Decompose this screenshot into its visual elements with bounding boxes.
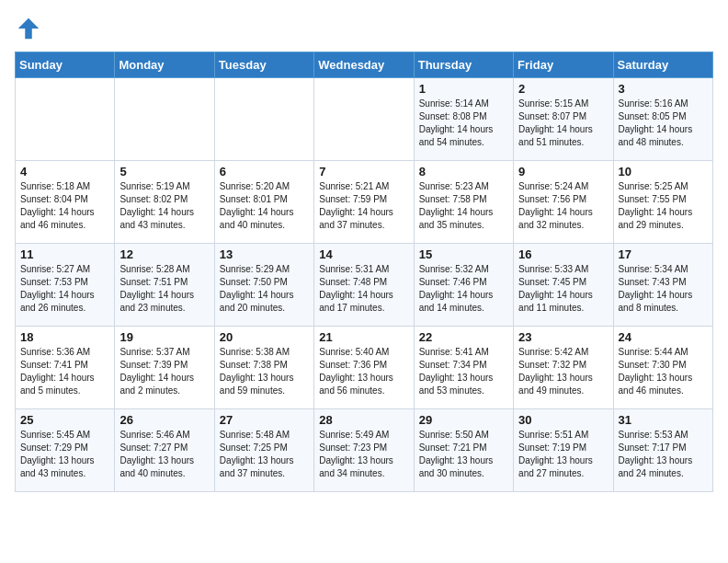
day-number: 15	[419, 247, 508, 261]
calendar-cell: 21Sunrise: 5:40 AM Sunset: 7:36 PM Dayli…	[314, 327, 414, 409]
calendar-week-4: 18Sunrise: 5:36 AM Sunset: 7:41 PM Dayli…	[16, 327, 713, 409]
day-number: 11	[20, 247, 109, 261]
day-number: 20	[220, 330, 309, 344]
day-info: Sunrise: 5:25 AM Sunset: 7:55 PM Dayligh…	[619, 180, 708, 232]
calendar-cell: 17Sunrise: 5:34 AM Sunset: 7:43 PM Dayli…	[613, 244, 712, 327]
day-number: 16	[518, 247, 608, 261]
day-info: Sunrise: 5:51 AM Sunset: 7:19 PM Dayligh…	[518, 429, 608, 480]
day-info: Sunrise: 5:45 AM Sunset: 7:29 PM Dayligh…	[20, 429, 109, 480]
calendar-cell: 5Sunrise: 5:19 AM Sunset: 8:02 PM Daylig…	[115, 161, 214, 244]
day-info: Sunrise: 5:46 AM Sunset: 7:27 PM Dayligh…	[119, 429, 209, 480]
calendar-cell	[314, 78, 414, 161]
day-info: Sunrise: 5:44 AM Sunset: 7:30 PM Dayligh…	[619, 346, 708, 397]
day-number: 21	[319, 330, 408, 344]
day-number: 8	[419, 165, 508, 178]
day-info: Sunrise: 5:24 AM Sunset: 7:56 PM Dayligh…	[518, 180, 608, 232]
page-header	[15, 15, 713, 42]
calendar-cell: 25Sunrise: 5:45 AM Sunset: 7:29 PM Dayli…	[16, 409, 115, 492]
day-info: Sunrise: 5:50 AM Sunset: 7:21 PM Dayligh…	[419, 429, 508, 480]
day-info: Sunrise: 5:19 AM Sunset: 8:02 PM Dayligh…	[119, 180, 209, 232]
day-number: 22	[419, 330, 508, 344]
day-info: Sunrise: 5:36 AM Sunset: 7:41 PM Dayligh…	[20, 346, 109, 397]
day-info: Sunrise: 5:40 AM Sunset: 7:36 PM Dayligh…	[319, 346, 408, 397]
calendar-week-1: 1Sunrise: 5:14 AM Sunset: 8:08 PM Daylig…	[16, 78, 713, 161]
col-header-saturday: Saturday	[613, 52, 712, 78]
calendar-week-3: 11Sunrise: 5:27 AM Sunset: 7:53 PM Dayli…	[16, 244, 713, 327]
day-info: Sunrise: 5:37 AM Sunset: 7:39 PM Dayligh…	[119, 346, 209, 397]
day-number: 6	[220, 165, 309, 178]
calendar-cell: 15Sunrise: 5:32 AM Sunset: 7:46 PM Dayli…	[414, 244, 513, 327]
calendar-cell: 7Sunrise: 5:21 AM Sunset: 7:59 PM Daylig…	[314, 161, 414, 244]
calendar-cell: 9Sunrise: 5:24 AM Sunset: 7:56 PM Daylig…	[514, 161, 613, 244]
calendar-cell: 31Sunrise: 5:53 AM Sunset: 7:17 PM Dayli…	[613, 409, 712, 492]
calendar-cell: 12Sunrise: 5:28 AM Sunset: 7:51 PM Dayli…	[115, 244, 214, 327]
day-info: Sunrise: 5:20 AM Sunset: 8:01 PM Dayligh…	[220, 180, 309, 232]
day-number: 24	[619, 330, 708, 344]
calendar-cell: 22Sunrise: 5:41 AM Sunset: 7:34 PM Dayli…	[414, 327, 513, 409]
col-header-tuesday: Tuesday	[214, 52, 313, 78]
calendar-cell: 1Sunrise: 5:14 AM Sunset: 8:08 PM Daylig…	[414, 78, 513, 161]
day-number: 14	[319, 247, 408, 261]
day-number: 30	[518, 413, 608, 427]
svg-marker-1	[18, 18, 40, 40]
day-number: 10	[619, 165, 708, 178]
col-header-monday: Monday	[115, 52, 214, 78]
calendar-cell: 14Sunrise: 5:31 AM Sunset: 7:48 PM Dayli…	[314, 244, 414, 327]
calendar-cell: 16Sunrise: 5:33 AM Sunset: 7:45 PM Dayli…	[514, 244, 613, 327]
calendar-cell	[214, 78, 313, 161]
day-number: 7	[319, 165, 408, 178]
calendar-table: SundayMondayTuesdayWednesdayThursdayFrid…	[15, 52, 713, 492]
day-info: Sunrise: 5:21 AM Sunset: 7:59 PM Dayligh…	[319, 180, 408, 232]
day-info: Sunrise: 5:41 AM Sunset: 7:34 PM Dayligh…	[419, 346, 508, 397]
col-header-thursday: Thursday	[414, 52, 513, 78]
calendar-cell: 24Sunrise: 5:44 AM Sunset: 7:30 PM Dayli…	[613, 327, 712, 409]
day-info: Sunrise: 5:28 AM Sunset: 7:51 PM Dayligh…	[119, 263, 209, 315]
day-info: Sunrise: 5:29 AM Sunset: 7:50 PM Dayligh…	[220, 263, 309, 315]
col-header-friday: Friday	[514, 52, 613, 78]
calendar-week-5: 25Sunrise: 5:45 AM Sunset: 7:29 PM Dayli…	[16, 409, 713, 492]
day-number: 2	[518, 82, 608, 96]
calendar-cell: 29Sunrise: 5:50 AM Sunset: 7:21 PM Dayli…	[414, 409, 513, 492]
calendar-cell: 18Sunrise: 5:36 AM Sunset: 7:41 PM Dayli…	[16, 327, 115, 409]
calendar-cell: 10Sunrise: 5:25 AM Sunset: 7:55 PM Dayli…	[613, 161, 712, 244]
day-info: Sunrise: 5:23 AM Sunset: 7:58 PM Dayligh…	[419, 180, 508, 232]
calendar-header: SundayMondayTuesdayWednesdayThursdayFrid…	[16, 52, 713, 78]
day-number: 23	[518, 330, 608, 344]
day-number: 27	[220, 413, 309, 427]
day-info: Sunrise: 5:31 AM Sunset: 7:48 PM Dayligh…	[319, 263, 408, 315]
day-info: Sunrise: 5:18 AM Sunset: 8:04 PM Dayligh…	[20, 180, 109, 232]
col-header-sunday: Sunday	[16, 52, 115, 78]
col-header-wednesday: Wednesday	[314, 52, 414, 78]
day-info: Sunrise: 5:48 AM Sunset: 7:25 PM Dayligh…	[220, 429, 309, 480]
day-number: 4	[20, 165, 109, 178]
day-info: Sunrise: 5:34 AM Sunset: 7:43 PM Dayligh…	[619, 263, 708, 315]
day-info: Sunrise: 5:16 AM Sunset: 8:05 PM Dayligh…	[619, 98, 708, 149]
logo-icon	[15, 15, 42, 42]
day-info: Sunrise: 5:32 AM Sunset: 7:46 PM Dayligh…	[419, 263, 508, 315]
day-info: Sunrise: 5:49 AM Sunset: 7:23 PM Dayligh…	[319, 429, 408, 480]
day-number: 28	[319, 413, 408, 427]
day-number: 1	[419, 82, 508, 96]
day-number: 26	[119, 413, 209, 427]
calendar-cell: 4Sunrise: 5:18 AM Sunset: 8:04 PM Daylig…	[16, 161, 115, 244]
day-info: Sunrise: 5:14 AM Sunset: 8:08 PM Dayligh…	[419, 98, 508, 149]
calendar-cell: 8Sunrise: 5:23 AM Sunset: 7:58 PM Daylig…	[414, 161, 513, 244]
calendar-cell: 26Sunrise: 5:46 AM Sunset: 7:27 PM Dayli…	[115, 409, 214, 492]
calendar-cell: 3Sunrise: 5:16 AM Sunset: 8:05 PM Daylig…	[613, 78, 712, 161]
day-info: Sunrise: 5:38 AM Sunset: 7:38 PM Dayligh…	[220, 346, 309, 397]
calendar-cell: 19Sunrise: 5:37 AM Sunset: 7:39 PM Dayli…	[115, 327, 214, 409]
day-number: 12	[119, 247, 209, 261]
day-number: 3	[619, 82, 708, 96]
calendar-cell: 11Sunrise: 5:27 AM Sunset: 7:53 PM Dayli…	[16, 244, 115, 327]
day-info: Sunrise: 5:53 AM Sunset: 7:17 PM Dayligh…	[619, 429, 708, 480]
day-info: Sunrise: 5:42 AM Sunset: 7:32 PM Dayligh…	[518, 346, 608, 397]
calendar-cell: 13Sunrise: 5:29 AM Sunset: 7:50 PM Dayli…	[214, 244, 313, 327]
calendar-cell: 20Sunrise: 5:38 AM Sunset: 7:38 PM Dayli…	[214, 327, 313, 409]
day-number: 13	[220, 247, 309, 261]
day-info: Sunrise: 5:15 AM Sunset: 8:07 PM Dayligh…	[518, 98, 608, 149]
calendar-cell: 27Sunrise: 5:48 AM Sunset: 7:25 PM Dayli…	[214, 409, 313, 492]
calendar-cell: 2Sunrise: 5:15 AM Sunset: 8:07 PM Daylig…	[514, 78, 613, 161]
calendar-cell: 23Sunrise: 5:42 AM Sunset: 7:32 PM Dayli…	[514, 327, 613, 409]
calendar-week-2: 4Sunrise: 5:18 AM Sunset: 8:04 PM Daylig…	[16, 161, 713, 244]
calendar-cell: 28Sunrise: 5:49 AM Sunset: 7:23 PM Dayli…	[314, 409, 414, 492]
